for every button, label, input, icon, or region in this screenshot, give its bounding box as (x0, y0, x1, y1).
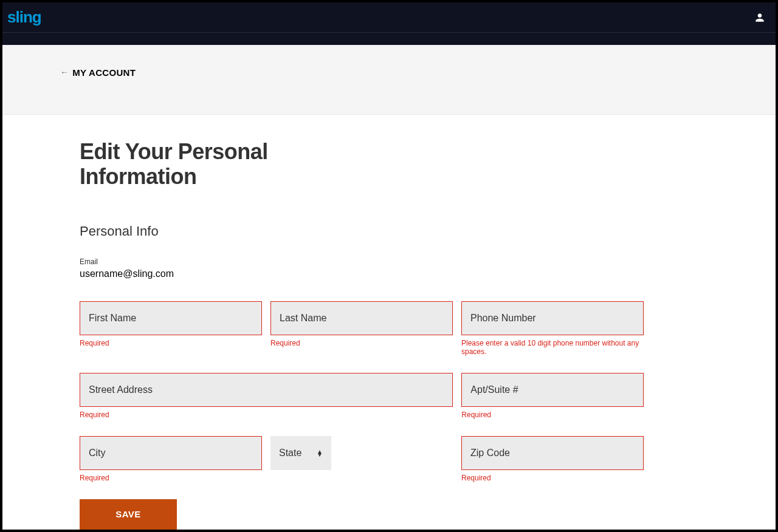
email-label: Email (80, 257, 776, 266)
phone-error: Please enter a valid 10 digit phone numb… (461, 339, 644, 356)
user-icon[interactable] (754, 12, 766, 24)
row-3: Required State ▲ ▼ Required (80, 436, 644, 482)
breadcrumb-label: MY ACCOUNT (72, 67, 136, 78)
last-name-field: Required (270, 301, 453, 356)
back-arrow-icon: ← (60, 67, 69, 77)
first-name-input[interactable] (80, 301, 262, 335)
save-button[interactable]: SAVE (80, 499, 177, 530)
city-input[interactable] (80, 436, 262, 470)
row-2: Required Required (80, 373, 644, 419)
first-name-error: Required (80, 339, 262, 347)
phone-field: Please enter a valid 10 digit phone numb… (461, 301, 644, 356)
email-value: username@sling.com (80, 268, 776, 279)
topbar-secondary (2, 33, 776, 45)
brand-logo[interactable]: sling (7, 8, 41, 27)
last-name-input[interactable] (270, 301, 453, 335)
state-label: State (279, 448, 301, 459)
topbar: sling (2, 2, 776, 33)
city-field: Required (80, 436, 262, 482)
breadcrumb-my-account[interactable]: ← MY ACCOUNT (60, 67, 136, 78)
state-select[interactable]: State ▲ ▼ (270, 436, 331, 470)
first-name-field: Required (80, 301, 262, 356)
row-1: Required Required Please enter a valid 1… (80, 301, 644, 356)
apt-field: Required (461, 373, 644, 419)
page-title: Edit Your Personal Information (80, 139, 323, 189)
zip-input[interactable] (461, 436, 644, 470)
street-error: Required (80, 411, 453, 419)
last-name-error: Required (270, 339, 453, 347)
section-title: Personal Info (80, 223, 776, 239)
street-input[interactable] (80, 373, 453, 407)
chevrons-icon: ▲ ▼ (317, 450, 323, 456)
zip-field: Required (461, 436, 644, 482)
state-field: State ▲ ▼ (270, 436, 331, 482)
form-rows: Required Required Please enter a valid 1… (80, 301, 644, 530)
brand-text: sling (7, 8, 41, 26)
breadcrumb-area: ← MY ACCOUNT (2, 45, 776, 115)
city-error: Required (80, 474, 262, 482)
apt-input[interactable] (461, 373, 644, 407)
content-area: Edit Your Personal Information Personal … (2, 115, 776, 530)
zip-error: Required (461, 474, 644, 482)
street-field: Required (80, 373, 453, 419)
apt-error: Required (461, 411, 644, 419)
phone-input[interactable] (461, 301, 644, 335)
